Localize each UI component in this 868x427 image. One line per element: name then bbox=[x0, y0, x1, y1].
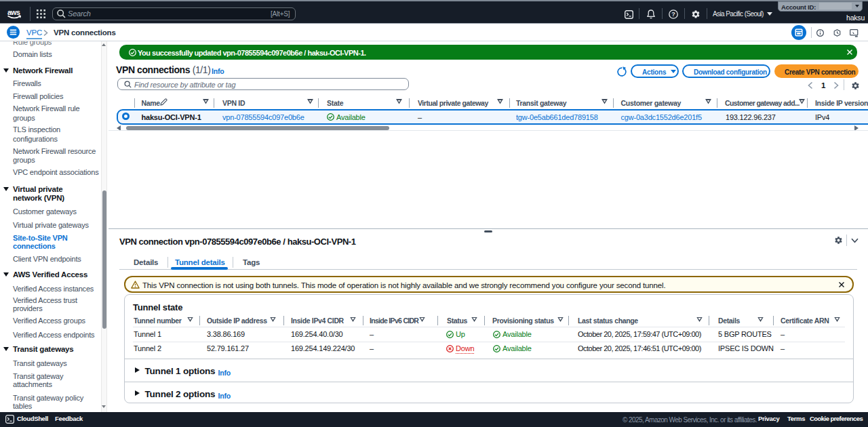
svg-text:aws: aws bbox=[7, 9, 20, 16]
svg-text:?: ? bbox=[671, 11, 675, 18]
